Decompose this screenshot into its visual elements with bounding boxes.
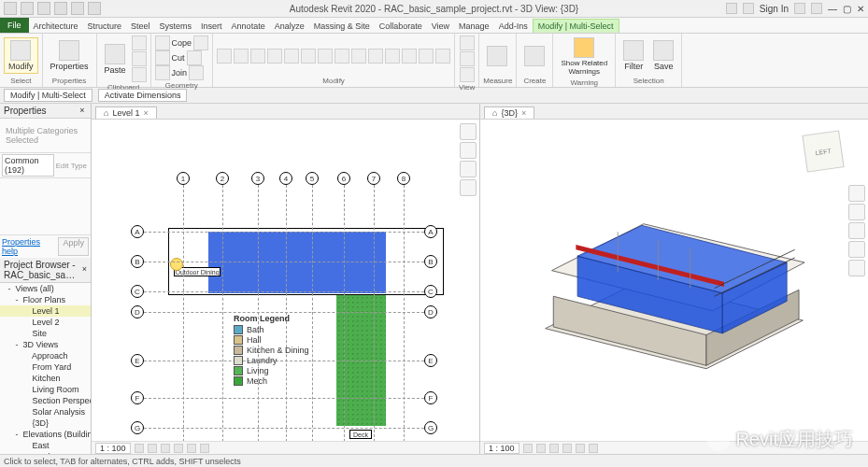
tab-annotate[interactable]: Annotate: [227, 20, 270, 33]
rotate-icon[interactable]: [301, 49, 316, 64]
cut-opt-icon[interactable]: [187, 50, 202, 65]
nav3d-wheel-icon[interactable]: [848, 204, 865, 220]
sun-icon[interactable]: [170, 258, 183, 271]
grid-bubble-row[interactable]: D: [424, 305, 437, 318]
cut-geom-icon[interactable]: [155, 50, 170, 65]
qat-save-icon[interactable]: [37, 2, 50, 15]
properties-button[interactable]: Properties: [47, 38, 92, 73]
minimize-button[interactable]: —: [828, 4, 837, 14]
sunpath-3d-icon[interactable]: [549, 444, 559, 453]
selected-rooms-upper[interactable]: [208, 232, 386, 293]
browser-node[interactable]: From Yard: [0, 361, 91, 373]
threed-canvas[interactable]: LEFT: [480, 120, 868, 441]
tab-insert[interactable]: Insert: [196, 20, 227, 33]
move-icon[interactable]: [267, 49, 282, 64]
grid-bubble-col[interactable]: 3: [251, 172, 264, 185]
properties-palette-title[interactable]: Properties ×: [0, 104, 91, 119]
tab-manage[interactable]: Manage: [454, 20, 494, 33]
join-opt-icon[interactable]: [189, 65, 204, 80]
grid-bubble-col[interactable]: 7: [367, 172, 380, 185]
help-icon[interactable]: [811, 3, 822, 14]
unpin-icon[interactable]: [402, 49, 417, 64]
plan-tab-close-icon[interactable]: ×: [143, 108, 148, 118]
close-button[interactable]: ✕: [857, 4, 864, 14]
info-center-icon[interactable]: [726, 3, 737, 14]
viewcube-face[interactable]: LEFT: [802, 130, 844, 172]
show-warnings-button[interactable]: Show Related Warnings: [557, 35, 611, 78]
detail-level-3d-icon[interactable]: [523, 444, 533, 453]
pin-icon[interactable]: [385, 49, 400, 64]
grid-bubble-row[interactable]: G: [131, 421, 144, 434]
nav3d-home-icon[interactable]: [848, 185, 865, 202]
tab-steel[interactable]: Steel: [126, 20, 155, 33]
threed-view-tab[interactable]: ⌂ {3D} ×: [484, 106, 534, 119]
browser-close-icon[interactable]: ×: [82, 265, 87, 275]
nav3d-orbit-icon[interactable]: [848, 260, 865, 276]
tab-systems[interactable]: Systems: [155, 20, 197, 33]
apps-icon[interactable]: [794, 3, 805, 14]
shadows-3d-icon[interactable]: [562, 444, 572, 453]
cut-clipboard-icon[interactable]: [132, 35, 147, 50]
crop-icon[interactable]: [187, 444, 196, 453]
trim-icon[interactable]: [318, 49, 333, 64]
properties-close-icon[interactable]: ×: [78, 106, 87, 116]
threed-tab-close-icon[interactable]: ×: [521, 108, 526, 118]
grid-bubble-col[interactable]: 1: [177, 172, 190, 185]
tab-structure[interactable]: Structure: [83, 20, 127, 33]
browser-node[interactable]: Living Room: [0, 384, 91, 395]
tab-modify-multiselect[interactable]: Modify | Multi-Select: [533, 19, 619, 33]
copy-clipboard-icon[interactable]: [132, 51, 147, 66]
grid-bubble-row[interactable]: A: [424, 225, 437, 238]
save-selection-button[interactable]: Save: [649, 38, 677, 73]
browser-node[interactable]: Site: [0, 328, 91, 339]
grid-bubble-row[interactable]: D: [131, 305, 144, 318]
plan-scale[interactable]: 1 : 100: [95, 443, 131, 454]
type-selector[interactable]: Common (192): [2, 154, 54, 177]
viewcube[interactable]: LEFT: [797, 125, 851, 179]
offset-icon[interactable]: [234, 49, 249, 64]
properties-apply-button[interactable]: Apply: [58, 237, 89, 256]
array-icon[interactable]: [351, 49, 366, 64]
grid-bubble-row[interactable]: B: [424, 255, 437, 268]
user-icon[interactable]: [743, 3, 754, 14]
visual-style-3d-icon[interactable]: [536, 444, 546, 453]
sunpath-icon[interactable]: [161, 444, 170, 453]
join-icon[interactable]: [155, 65, 170, 80]
browser-node[interactable]: Kitchen: [0, 373, 91, 384]
nav3d-pan-icon[interactable]: [848, 222, 865, 239]
grid-bubble-col[interactable]: 5: [306, 172, 319, 185]
measure-button[interactable]: [483, 44, 511, 68]
detail-level-icon[interactable]: [135, 444, 144, 453]
grid-bubble-row[interactable]: E: [424, 354, 437, 367]
paste-button[interactable]: Paste: [101, 42, 130, 77]
tab-file[interactable]: File: [0, 18, 29, 33]
view-sm1-icon[interactable]: [460, 35, 475, 50]
browser-node[interactable]: Approach: [0, 350, 91, 361]
maximize-button[interactable]: ▢: [843, 4, 851, 14]
tab-architecture[interactable]: Architecture: [29, 20, 83, 33]
browser-node[interactable]: Level 2: [0, 317, 91, 328]
nav-home-icon[interactable]: [460, 123, 477, 140]
browser-node[interactable]: Level 1: [0, 305, 91, 317]
tab-addins[interactable]: Add-Ins: [494, 20, 533, 33]
cope-icon[interactable]: [155, 35, 170, 50]
nav-zoom-icon[interactable]: [460, 179, 477, 196]
hide-isolate-icon[interactable]: [200, 444, 209, 453]
matchtype-icon[interactable]: [132, 67, 147, 82]
browser-node[interactable]: - Floor Plans: [0, 294, 91, 305]
tab-collaborate[interactable]: Collaborate: [375, 20, 427, 33]
browser-node[interactable]: - Views (all): [0, 283, 91, 294]
shadows-icon[interactable]: [174, 444, 183, 453]
grid-bubble-col[interactable]: 2: [216, 172, 229, 185]
grid-bubble-col[interactable]: 8: [397, 172, 410, 185]
properties-help-link[interactable]: Properties help: [2, 237, 58, 256]
filter-button[interactable]: Filter: [619, 38, 647, 73]
grid-bubble-row[interactable]: A: [131, 225, 144, 238]
sign-in-link[interactable]: Sign In: [760, 4, 789, 14]
nav-pan-icon[interactable]: [460, 161, 477, 177]
qat-print-icon[interactable]: [88, 2, 101, 15]
browser-node[interactable]: - Elevations (Building Elevat: [0, 429, 91, 440]
browser-node[interactable]: - 3D Views: [0, 339, 91, 350]
align-icon[interactable]: [217, 49, 232, 64]
grid-bubble-row[interactable]: F: [424, 391, 437, 404]
